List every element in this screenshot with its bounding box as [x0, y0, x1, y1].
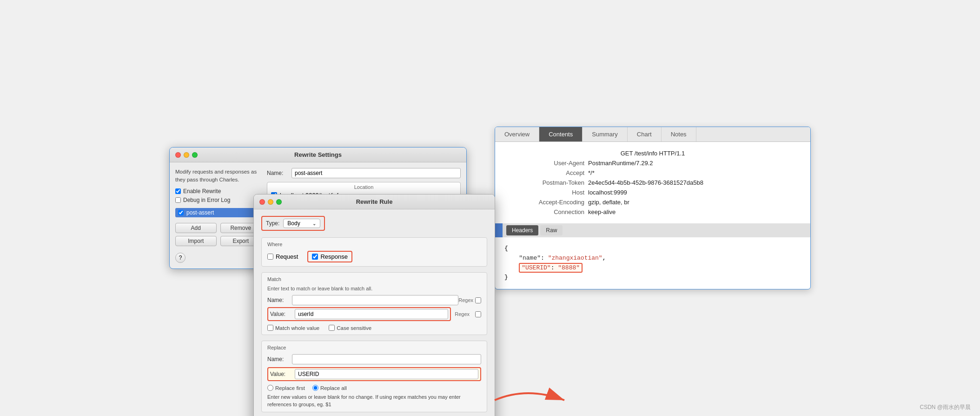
- match-whole-opt: Match whole value: [267, 325, 319, 331]
- header-line-postman-token: Postman-Token 2e4ec5d4-4b5b-452b-9876-36…: [504, 178, 801, 188]
- enable-rewrite-label: Enable Rewrite: [183, 188, 221, 195]
- replace-all-item: Replace all: [312, 385, 347, 391]
- type-label: Type:: [266, 220, 279, 227]
- replace-first-radio[interactable]: [267, 385, 273, 391]
- replace-value-input[interactable]: [295, 369, 478, 379]
- dialog-title: Rewrite Rule: [356, 198, 393, 205]
- json-name-line: "name": "zhangxiaotian",: [504, 254, 801, 263]
- header-line-useragent: User-Agent PostmanRuntime/7.29.2: [504, 158, 801, 168]
- watermark: CSDN @雨水的早晨: [920, 403, 971, 411]
- type-dropdown[interactable]: Body ⌄: [283, 219, 320, 228]
- response-body: { "name": "zhangxiaotian", "USERID": "88…: [495, 237, 810, 289]
- dialog-titlebar: Rewrite Rule: [254, 195, 495, 209]
- case-sensitive-opt: Case sensitive: [329, 325, 371, 331]
- header-line-accept: Accept */*: [504, 168, 801, 178]
- match-value-regex-checkbox[interactable]: [475, 311, 481, 317]
- match-value-input[interactable]: [295, 309, 448, 319]
- maximize-button[interactable]: [192, 152, 198, 158]
- match-name-input[interactable]: [292, 295, 458, 305]
- enable-rewrite-checkbox[interactable]: [175, 188, 181, 194]
- match-whole-label: Match whole value: [275, 325, 319, 331]
- minimize-button[interactable]: [184, 152, 189, 158]
- tab-notes[interactable]: Notes: [662, 127, 696, 141]
- rule-checkbox[interactable]: [178, 210, 184, 215]
- match-options: Match whole value Case sensitive: [267, 325, 481, 331]
- header-value-useragent: PostmanRuntime/7.29.2: [588, 160, 801, 167]
- dropdown-arrow-icon: ⌄: [312, 221, 316, 226]
- header-key-accept-encoding: Accept-Encoding: [504, 199, 588, 206]
- replace-first-item: Replace first: [267, 385, 305, 391]
- debug-checkbox[interactable]: [175, 197, 181, 203]
- name-input[interactable]: [291, 168, 461, 178]
- replace-radio-row: Replace first Replace all: [267, 385, 481, 391]
- main-container: Rewrite Settings Modify requests and res…: [169, 127, 811, 289]
- left-panel-wrapper: Rewrite Settings Modify requests and res…: [169, 147, 467, 268]
- import-button[interactable]: Import: [175, 236, 217, 246]
- where-section: Where Request Response: [261, 237, 487, 267]
- response-tabs: Overview Contents Summary Chart Notes: [495, 127, 810, 142]
- match-value-regex-label: Regex: [455, 311, 470, 317]
- rule-item[interactable]: post-assert: [175, 208, 261, 217]
- name-field-row: Name:: [267, 168, 461, 178]
- match-name-regex-checkbox[interactable]: [475, 297, 481, 303]
- header-key-host: Host: [504, 189, 588, 196]
- response-sub-tabs: Headers Raw: [503, 223, 810, 237]
- settings-buttons: Add Remove Import Export ?: [175, 223, 261, 263]
- replace-all-radio[interactable]: [312, 385, 318, 391]
- header-value-postman-token: 2e4ec5d4-4b5b-452b-9876-3681527da5b8: [588, 179, 801, 186]
- json-close-brace: }: [504, 273, 801, 282]
- response-label: Response: [320, 253, 348, 260]
- sub-tab-headers[interactable]: Headers: [506, 225, 538, 235]
- add-button[interactable]: Add: [175, 223, 217, 233]
- json-colon-2: :: [551, 264, 558, 271]
- header-value-accept: */*: [588, 169, 801, 176]
- type-row: Type: Body ⌄: [261, 216, 325, 231]
- response-checkbox[interactable]: [312, 254, 318, 260]
- settings-titlebar: Rewrite Settings: [170, 148, 466, 162]
- settings-title: Rewrite Settings: [294, 151, 342, 158]
- header-line-connection: Connection keep-alive: [504, 207, 801, 217]
- dialog-minimize-button[interactable]: [268, 199, 273, 205]
- arrow-svg: [490, 382, 574, 416]
- json-userid-line: "USERID": "8888": [504, 263, 801, 273]
- response-panel: Overview Contents Summary Chart Notes GE…: [495, 127, 811, 289]
- where-row: Request Response: [267, 251, 481, 262]
- header-line-request: GET /test/info HTTP/1.1: [504, 148, 801, 158]
- header-value-host: localhost:9999: [588, 189, 801, 196]
- replace-name-label: Name:: [267, 356, 288, 362]
- enable-rewrite-row: Enable Rewrite: [175, 188, 261, 195]
- sub-tab-raw[interactable]: Raw: [540, 225, 563, 235]
- settings-description: Modify requests and responses as they pa…: [175, 168, 261, 183]
- header-value-accept-encoding: gzip, deflate, br: [588, 199, 801, 206]
- dialog-body: Type: Body ⌄ Where Request: [254, 209, 495, 416]
- header-value-connection: keep-alive: [588, 208, 801, 215]
- header-key-postman-token: Postman-Token: [504, 179, 588, 186]
- rule-name: post-assert: [186, 209, 214, 216]
- tab-summary[interactable]: Summary: [583, 127, 628, 141]
- where-header: Where: [267, 242, 481, 247]
- tab-contents[interactable]: Contents: [539, 127, 583, 141]
- request-label: Request: [276, 253, 298, 260]
- type-value: Body: [287, 220, 300, 227]
- header-key-accept: Accept: [504, 169, 588, 176]
- match-header: Match: [267, 276, 481, 282]
- case-sensitive-checkbox[interactable]: [329, 325, 335, 331]
- btn-row-1: Add Remove: [175, 223, 261, 233]
- header-line-accept-encoding: Accept-Encoding gzip, deflate, br: [504, 197, 801, 207]
- dialog-close-button[interactable]: [259, 199, 265, 205]
- dialog-window-buttons: [259, 199, 282, 205]
- settings-help-button[interactable]: ?: [175, 253, 185, 263]
- close-button[interactable]: [175, 152, 181, 158]
- tab-overview[interactable]: Overview: [495, 127, 539, 141]
- header-key-connection: Connection: [504, 208, 588, 215]
- divider-section: Headers Raw: [495, 223, 810, 237]
- name-label: Name:: [267, 170, 288, 176]
- replace-name-input[interactable]: [292, 354, 481, 364]
- location-title: Location: [271, 184, 457, 190]
- response-where-item: Response: [307, 251, 352, 262]
- request-checkbox[interactable]: [267, 254, 273, 260]
- tab-chart[interactable]: Chart: [628, 127, 662, 141]
- match-whole-checkbox[interactable]: [267, 325, 273, 331]
- dialog-maximize-button[interactable]: [276, 199, 282, 205]
- json-open-brace: {: [504, 244, 801, 254]
